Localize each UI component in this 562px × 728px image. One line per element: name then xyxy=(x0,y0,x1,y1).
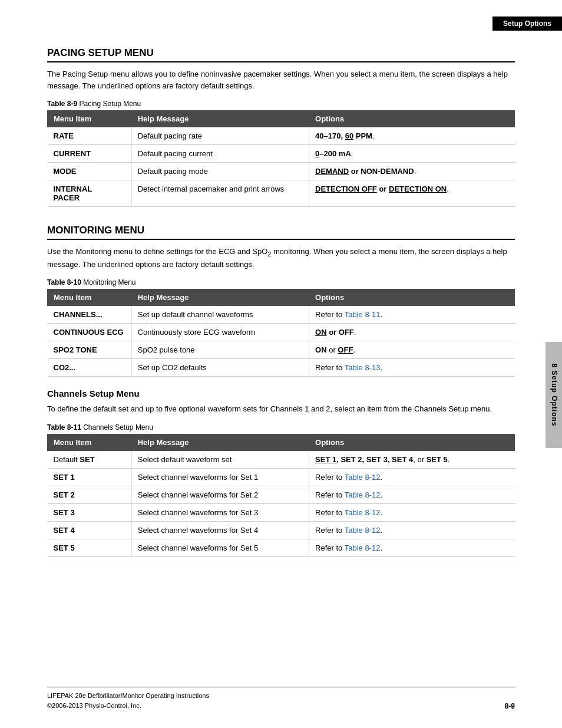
main-content: PACING SETUP MENU The Pacing Setup menu … xyxy=(47,47,515,557)
table-link[interactable]: Table 8-12 xyxy=(345,490,381,499)
channels-title: Channels Setup Menu xyxy=(47,388,515,398)
cell-options: Refer to Table 8-12. xyxy=(309,486,515,503)
pacing-section: PACING SETUP MENU The Pacing Setup menu … xyxy=(47,47,515,207)
table-link[interactable]: Table 8-11 xyxy=(345,310,381,319)
cell-options: Refer to Table 8-12. xyxy=(309,468,515,486)
cell-options: Refer to Table 8-11. xyxy=(309,306,515,324)
cell-help: Continuously store ECG waveform xyxy=(131,324,309,341)
cell-options: ON or OFF. xyxy=(309,341,515,359)
table-row: Default SET Select default waveform set … xyxy=(48,450,515,468)
table-row: SET 5 Select channel waveforms for Set 5… xyxy=(48,539,515,556)
table-row: MODE Default pacing mode DEMAND or NON-D… xyxy=(48,163,515,180)
cell-help: Select channel waveforms for Set 1 xyxy=(131,468,309,486)
table-row: SET 3 Select channel waveforms for Set 3… xyxy=(48,503,515,521)
table-row: CHANNELS... Set up default channel wavef… xyxy=(48,306,515,324)
cell-help: Default pacing mode xyxy=(131,163,309,180)
side-tab-label: 8 Setup Options xyxy=(550,363,558,426)
table-row: CO2... Set up CO2 defaults Refer to Tabl… xyxy=(48,359,515,377)
cell-menu: SPO2 TONE xyxy=(48,341,132,359)
cell-help: Select default waveform set xyxy=(131,450,309,468)
monitoring-desc: Use the Monitoring menu to define settin… xyxy=(47,246,515,270)
channels-table-caption: Table 8-11 Channels Setup Menu xyxy=(47,423,515,431)
cell-menu: CO2... xyxy=(48,359,132,377)
cell-menu: SET 4 xyxy=(48,521,132,539)
footer-page: 8-9 xyxy=(505,702,515,710)
monitoring-table: Menu Item Help Message Options CHANNELS.… xyxy=(47,289,515,377)
cell-menu: SET 1 xyxy=(48,468,132,486)
cell-help: SpO2 pulse tone xyxy=(131,341,309,359)
table-row: SET 2 Select channel waveforms for Set 2… xyxy=(48,486,515,503)
cell-options: SET 1, SET 2, SET 3, SET 4, or SET 5. xyxy=(309,450,515,468)
table-row: SET 4 Select channel waveforms for Set 4… xyxy=(48,521,515,539)
channels-desc: To define the default set and up to five… xyxy=(47,403,515,415)
table-link[interactable]: Table 8-12 xyxy=(345,508,381,517)
table-row: CURRENT Default pacing current 0–200 mA. xyxy=(48,145,515,163)
table-link[interactable]: Table 8-12 xyxy=(345,473,381,482)
monitoring-section: MONITORING MENU Use the Monitoring menu … xyxy=(47,225,515,377)
footer: LIFEPAK 20e Defibrillator/Monitor Operat… xyxy=(47,687,515,710)
header-title: Setup Options xyxy=(503,19,551,28)
cell-menu: CHANNELS... xyxy=(48,306,132,324)
footer-line1: LIFEPAK 20e Defibrillator/Monitor Operat… xyxy=(47,691,209,701)
cell-options: 40–170, 60 PPM. xyxy=(309,127,515,145)
monitoring-col-options: Options xyxy=(309,289,515,306)
pacing-col-menu: Menu Item xyxy=(48,111,132,127)
footer-line2: ©2006-2013 Physio-Control, Inc. xyxy=(47,701,209,711)
footer-left: LIFEPAK 20e Defibrillator/Monitor Operat… xyxy=(47,691,209,710)
cell-menu: RATE xyxy=(48,127,132,145)
cell-options: Refer to Table 8-13. xyxy=(309,359,515,377)
cell-help: Set up default channel waveforms xyxy=(131,306,309,324)
cell-help: Select channel waveforms for Set 4 xyxy=(131,521,309,539)
cell-options: DEMAND or NON-DEMAND. xyxy=(309,163,515,180)
table-link[interactable]: Table 8-12 xyxy=(345,526,381,535)
pacing-table: Menu Item Help Message Options RATE Defa… xyxy=(47,110,515,207)
channels-section: Channels Setup Menu To define the defaul… xyxy=(47,388,515,557)
cell-menu: CONTINUOUS ECG xyxy=(48,324,132,341)
table-row: RATE Default pacing rate 40–170, 60 PPM. xyxy=(48,127,515,145)
table-row: SPO2 TONE SpO2 pulse tone ON or OFF. xyxy=(48,341,515,359)
channels-col-options: Options xyxy=(309,434,515,450)
table-link[interactable]: Table 8-13 xyxy=(345,363,381,372)
cell-options: DETECTION OFF or DETECTION ON. xyxy=(309,180,515,207)
pacing-desc: The Pacing Setup menu allows you to defi… xyxy=(47,68,515,91)
pacing-title: PACING SETUP MENU xyxy=(47,47,515,62)
monitoring-title: MONITORING MENU xyxy=(47,225,515,240)
cell-menu: SET 5 xyxy=(48,539,132,556)
table-row: CONTINUOUS ECG Continuously store ECG wa… xyxy=(48,324,515,341)
monitoring-col-help: Help Message xyxy=(131,289,309,306)
table-link[interactable]: Table 8-12 xyxy=(345,543,381,552)
cell-menu: SET 2 xyxy=(48,486,132,503)
cell-options: Refer to Table 8-12. xyxy=(309,521,515,539)
cell-help: Select channel waveforms for Set 3 xyxy=(131,503,309,521)
channels-table: Menu Item Help Message Options Default S… xyxy=(47,434,515,557)
cell-options: 0–200 mA. xyxy=(309,145,515,163)
cell-help: Select channel waveforms for Set 2 xyxy=(131,486,309,503)
channels-col-menu: Menu Item xyxy=(48,434,132,450)
table-row: INTERNALPACER Detect internal pacemaker … xyxy=(48,180,515,207)
side-tab: 8 Setup Options xyxy=(546,342,562,448)
cell-help: Default pacing rate xyxy=(131,127,309,145)
cell-options: ON or OFF. xyxy=(309,324,515,341)
cell-menu: SET 3 xyxy=(48,503,132,521)
monitoring-col-menu: Menu Item xyxy=(48,289,132,306)
cell-help: Set up CO2 defaults xyxy=(131,359,309,377)
cell-help: Detect internal pacemaker and print arro… xyxy=(131,180,309,207)
cell-menu: MODE xyxy=(48,163,132,180)
cell-options: Refer to Table 8-12. xyxy=(309,503,515,521)
cell-help: Select channel waveforms for Set 5 xyxy=(131,539,309,556)
pacing-table-caption: Table 8-9 Pacing Setup Menu xyxy=(47,100,515,108)
pacing-col-options: Options xyxy=(309,111,515,127)
cell-menu: INTERNALPACER xyxy=(48,180,132,207)
cell-options: Refer to Table 8-12. xyxy=(309,539,515,556)
channels-col-help: Help Message xyxy=(131,434,309,450)
header-bar: Setup Options xyxy=(492,17,562,31)
pacing-col-help: Help Message xyxy=(131,111,309,127)
cell-menu: Default SET xyxy=(48,450,132,468)
table-row: SET 1 Select channel waveforms for Set 1… xyxy=(48,468,515,486)
cell-menu: CURRENT xyxy=(48,145,132,163)
monitoring-table-caption: Table 8-10 Monitoring Menu xyxy=(47,278,515,286)
cell-help: Default pacing current xyxy=(131,145,309,163)
